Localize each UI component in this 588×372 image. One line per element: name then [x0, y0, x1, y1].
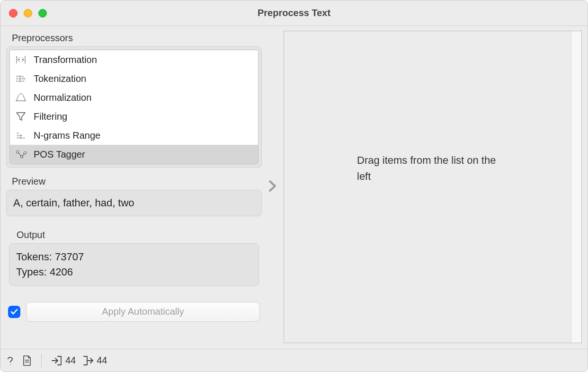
- output-section: Output Tokens: 73707 Types: 4206: [6, 230, 262, 286]
- svg-line-10: [18, 152, 21, 156]
- preview-box: A, certain, father, had, two: [6, 190, 262, 216]
- output-types-row: Types: 4206: [16, 265, 252, 280]
- normalization-icon: [15, 91, 27, 104]
- svg-point-12: [10, 364, 10, 364]
- drop-target-panel[interactable]: Drag items from the list on the left: [284, 31, 582, 343]
- preview-label: Preview: [12, 176, 262, 187]
- close-window-button[interactable]: [9, 9, 18, 18]
- svg-point-7: [17, 151, 19, 153]
- list-item-normalization[interactable]: Normalization: [10, 88, 258, 107]
- output-label: Output: [17, 230, 259, 240]
- app-window: Preprocess Text Preprocessors: [0, 0, 588, 372]
- output-box: Tokens: 73707 Types: 4206: [9, 243, 259, 286]
- chevron-right-icon: [267, 179, 278, 195]
- apply-button-label: Apply Automatically: [102, 306, 184, 317]
- list-item-label: Normalization: [34, 92, 91, 103]
- output-tokens-label: Tokens:: [16, 251, 52, 263]
- list-item-label: POS Tagger: [34, 149, 85, 160]
- list-item-label: N-grams Range: [34, 130, 100, 141]
- help-icon[interactable]: [5, 355, 16, 366]
- output-tokens-value: 73707: [55, 251, 84, 263]
- output-types-value: 4206: [50, 266, 73, 278]
- list-item-ngrams-range[interactable]: to to be to be or N-grams Range: [10, 126, 258, 145]
- list-item-label: Tokenization: [34, 73, 86, 84]
- output-count-value: 44: [97, 355, 107, 366]
- transfer-chevron-column: [266, 31, 280, 343]
- titlebar: Preprocess Text: [0, 0, 588, 26]
- list-item-filtering[interactable]: Filtering: [10, 107, 258, 126]
- input-count-value: 44: [65, 355, 76, 366]
- list-item-transformation[interactable]: Transformation: [10, 50, 258, 69]
- report-icon[interactable]: [22, 355, 32, 366]
- output-count-group[interactable]: 44: [82, 355, 107, 366]
- ngrams-icon: to to be to be or: [15, 129, 27, 142]
- preprocessors-panel: Transformation to be a to be the to be o…: [6, 46, 262, 168]
- filter-icon: [15, 110, 27, 123]
- svg-point-8: [21, 156, 23, 158]
- drop-hint-text: Drag items from the list on the left: [357, 152, 508, 184]
- statusbar-divider: [41, 354, 42, 367]
- svg-point-9: [24, 152, 27, 154]
- tokenization-icon: to be a to be the to be or: [15, 72, 27, 85]
- apply-automatically-checkbox[interactable]: [8, 306, 20, 318]
- status-bar: 44 44: [0, 349, 588, 372]
- output-icon: [82, 355, 94, 366]
- left-column: Preprocessors: [6, 31, 262, 343]
- pos-tagger-icon: [15, 148, 27, 160]
- list-item-tokenization[interactable]: to be a to be the to be or Tokenization: [10, 69, 258, 88]
- transformation-icon: [15, 53, 27, 66]
- window-controls: [9, 9, 47, 18]
- list-item-pos-tagger[interactable]: POS Tagger: [10, 145, 258, 164]
- minimize-window-button[interactable]: [24, 9, 32, 18]
- right-column: Drag items from the list on the left: [284, 31, 582, 343]
- apply-automatically-button[interactable]: Apply Automatically: [26, 302, 260, 322]
- input-icon: [51, 355, 62, 366]
- svg-line-11: [23, 153, 24, 156]
- input-count-group[interactable]: 44: [51, 355, 76, 366]
- zoom-window-button[interactable]: [38, 9, 47, 18]
- preprocessors-label: Preprocessors: [12, 33, 262, 44]
- vertical-scrollbar[interactable]: [571, 31, 581, 343]
- preview-text: A, certain, father, had, two: [13, 197, 134, 209]
- list-item-label: Transformation: [34, 54, 97, 65]
- list-item-label: Filtering: [34, 111, 67, 122]
- apply-row: Apply Automatically: [6, 302, 262, 322]
- output-types-label: Types:: [16, 266, 47, 278]
- window-title: Preprocess Text: [258, 8, 330, 18]
- output-tokens-row: Tokens: 73707: [16, 249, 252, 265]
- preprocessors-list[interactable]: Transformation to be a to be the to be o…: [9, 50, 258, 164]
- main-area: Preprocessors: [0, 26, 588, 349]
